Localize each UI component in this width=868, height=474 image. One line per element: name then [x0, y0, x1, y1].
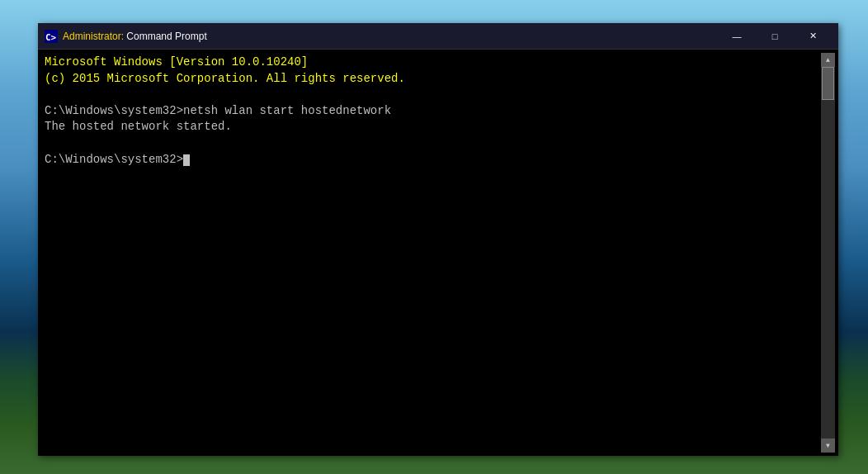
close-button[interactable]: ✕ — [794, 23, 832, 50]
scrollbar[interactable]: ▲ ▼ — [821, 53, 835, 453]
titlebar: C> Administrator: Command Prompt — □ ✕ — [38, 23, 838, 50]
window-title: Administrator: Command Prompt — [63, 31, 718, 42]
desktop: C> Administrator: Command Prompt — □ ✕ M… — [0, 0, 868, 474]
svg-text:C>: C> — [45, 32, 57, 43]
terminal-line-2: (c) 2015 Microsoft Corporation. All righ… — [45, 71, 818, 88]
terminal-line-6 — [45, 135, 818, 152]
scroll-down-arrow[interactable]: ▼ — [821, 438, 835, 453]
scrollbar-thumb[interactable] — [822, 67, 834, 100]
terminal-body[interactable]: Microsoft Windows [Version 10.0.10240] (… — [38, 50, 838, 456]
terminal-line-1: Microsoft Windows [Version 10.0.10240] — [45, 55, 818, 71]
terminal-line-3 — [45, 87, 818, 103]
maximize-button[interactable]: □ — [756, 23, 794, 50]
terminal-output: Microsoft Windows [Version 10.0.10240] (… — [41, 53, 821, 453]
scroll-up-arrow[interactable]: ▲ — [821, 53, 835, 67]
minimize-button[interactable]: — — [718, 23, 756, 50]
terminal-line-5: The hosted network started. — [45, 119, 818, 135]
cursor-block — [183, 154, 190, 166]
terminal-line-4: C:\Windows\system32>netsh wlan start hos… — [45, 103, 818, 120]
window-controls: — □ ✕ — [718, 23, 832, 50]
terminal-prompt: C:\Windows\system32> — [45, 152, 818, 168]
cmd-window: C> Administrator: Command Prompt — □ ✕ M… — [38, 23, 838, 456]
cmd-icon: C> — [45, 30, 58, 43]
scrollbar-track[interactable] — [821, 67, 835, 438]
